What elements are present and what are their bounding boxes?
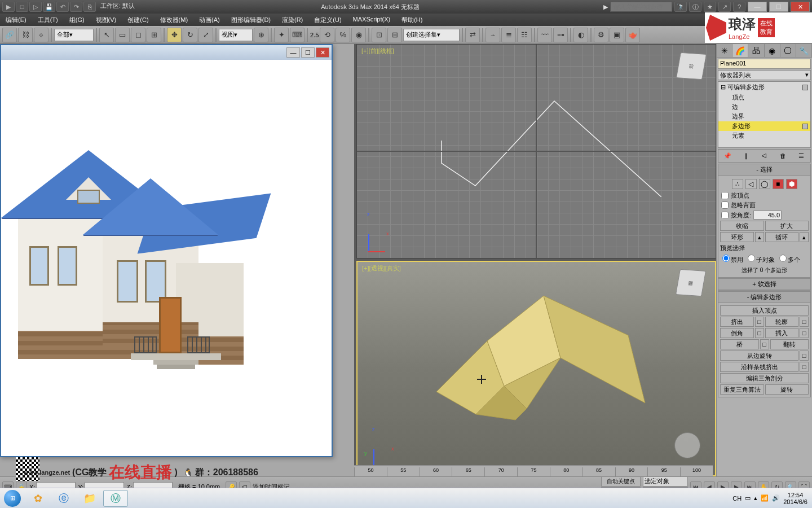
menu-graph[interactable]: 图形编辑器(D) <box>226 14 276 26</box>
preview-disable-radio[interactable]: 禁用 <box>722 255 743 264</box>
extrude-spline-button[interactable]: 沿样条线挤出 <box>720 362 798 372</box>
ref-close-button[interactable]: ✕ <box>316 47 329 58</box>
bind-tool-icon[interactable]: ⟐ <box>34 28 48 42</box>
schematic-icon[interactable]: ⊶ <box>553 28 568 42</box>
steering-wheel[interactable] <box>674 432 700 458</box>
mirror-icon[interactable]: ⇄ <box>465 28 480 42</box>
ignore-back-checkbox[interactable] <box>721 202 729 209</box>
sel-obj-combo[interactable]: 选定对象 <box>643 476 688 487</box>
taskbar-ie[interactable]: ⓔ <box>51 490 76 507</box>
preview-multi-radio[interactable]: 多个 <box>779 255 800 264</box>
preview-subobj-radio[interactable]: 子对象 <box>748 255 775 264</box>
render-setup-icon[interactable]: ⚙ <box>594 28 608 42</box>
link-icon[interactable]: ⎘ <box>83 2 96 12</box>
share-icon[interactable]: ↗ <box>718 2 731 12</box>
by-vertex-checkbox[interactable] <box>721 192 729 199</box>
play-icon[interactable]: ▶ <box>603 3 608 11</box>
tab-hierarchy-icon[interactable]: 品 <box>748 44 764 57</box>
keyboard-icon[interactable]: ⌨ <box>290 28 304 42</box>
tab-utilities-icon[interactable]: 🔧 <box>796 44 812 57</box>
angle-spinner[interactable] <box>753 211 782 220</box>
menu-group[interactable]: 组(G) <box>64 14 90 26</box>
tab-motion-icon[interactable]: ◉ <box>765 44 780 57</box>
taskbar-explorer[interactable]: 📁 <box>77 490 102 507</box>
show-end-icon[interactable]: ∥ <box>740 151 752 161</box>
tab-modify-icon[interactable]: 🌈 <box>732 44 748 57</box>
auto-key-button[interactable]: 自动关键点 <box>601 476 641 487</box>
tray-network-icon[interactable]: 📶 <box>761 494 769 502</box>
viewcube-front[interactable]: 前 <box>676 52 707 80</box>
loop-spin[interactable]: ▴ <box>800 232 809 242</box>
inset-set[interactable]: □ <box>800 328 809 338</box>
named-sel-icon[interactable]: ⊡ <box>372 28 386 42</box>
hinge-button[interactable]: 从边旋转 <box>720 351 798 361</box>
workspace-label[interactable]: 工作区: 默认 <box>100 2 135 12</box>
close-button[interactable]: ✕ <box>791 2 810 12</box>
shrink-button[interactable]: 收缩 <box>720 221 764 231</box>
stack-border[interactable]: 边界 <box>718 112 810 121</box>
link-tool-icon[interactable]: 🔗 <box>2 28 17 42</box>
inset-button[interactable]: 插入 <box>765 328 799 338</box>
filter-combo[interactable]: 全部 ▾ <box>54 29 94 41</box>
reference-window[interactable]: — ☐ ✕ <box>0 44 333 457</box>
manip-icon[interactable]: ✦ <box>274 28 289 42</box>
retri-button[interactable]: 重复三角算法 <box>720 384 764 395</box>
viewcube-persp[interactable]: ▦ <box>676 269 706 297</box>
material-editor-icon[interactable]: ◐ <box>573 28 588 42</box>
by-angle-checkbox[interactable] <box>721 212 729 219</box>
menu-view[interactable]: 视图(V) <box>90 14 122 26</box>
star-icon[interactable]: ★ <box>704 2 716 12</box>
binoculars-icon[interactable]: 🔭 <box>674 2 687 12</box>
info-icon[interactable]: ⓘ <box>689 2 701 12</box>
turn-button[interactable]: 旋转 <box>765 384 809 395</box>
viewport-persp-label[interactable]: [+][透视][真实] <box>362 264 401 273</box>
object-name-field[interactable]: Plane001 <box>718 59 811 69</box>
tray-sound-icon[interactable]: 🔊 <box>772 494 780 502</box>
extrude-button[interactable]: 挤出 <box>720 317 754 327</box>
maximize-button[interactable]: ☐ <box>769 2 788 12</box>
undo-icon[interactable]: ↶ <box>56 2 69 12</box>
render-icon[interactable]: 🫖 <box>625 28 640 42</box>
make-unique-icon[interactable]: ⩤ <box>758 151 770 161</box>
timeline-ruler[interactable]: 50 55 60 65 70 75 80 85 90 95 100 <box>354 465 713 476</box>
menu-maxscript[interactable]: MAXScript(X) <box>347 14 396 26</box>
snap-angle-icon[interactable]: ⟲ <box>320 28 334 42</box>
grow-button[interactable]: 扩大 <box>765 221 809 231</box>
scale-icon[interactable]: ⤢ <box>198 28 213 42</box>
coord-combo[interactable]: 视图 ▾ <box>219 29 253 41</box>
menu-modifiers[interactable]: 修改器(M) <box>155 14 194 26</box>
select-name-icon[interactable]: ▭ <box>115 28 130 42</box>
stack-polygon[interactable]: 多边形 <box>718 121 810 131</box>
save-icon[interactable]: 💾 <box>43 2 55 12</box>
hinge-set[interactable]: □ <box>800 351 809 361</box>
tray-flag-icon[interactable]: ▭ <box>745 494 751 502</box>
edit-sel-icon[interactable]: ⊟ <box>387 28 402 42</box>
viewport-front-label[interactable]: [+][前][线框] <box>361 47 394 55</box>
outline-button[interactable]: 轮廓 <box>765 317 799 327</box>
edit-tri-button[interactable]: 编辑三角剖分 <box>720 373 809 383</box>
modifier-stack[interactable]: ⊟可编辑多边形 顶点 边 边界 多边形 元素 <box>718 81 811 148</box>
bevel-button[interactable]: 倒角 <box>720 328 754 338</box>
ring-button[interactable]: 环形 <box>720 232 754 242</box>
rotate-icon[interactable]: ↻ <box>183 28 197 42</box>
layers-icon[interactable]: ≣ <box>501 28 516 42</box>
modifier-list[interactable]: 修改器列表▾ <box>718 70 811 80</box>
menu-edit[interactable]: 编辑(E) <box>0 14 32 26</box>
help-icon[interactable]: ? <box>733 2 745 12</box>
minimize-button[interactable]: — <box>748 2 767 12</box>
insert-vertex-button[interactable]: 插入顶点 <box>720 305 809 316</box>
rollout-edit-poly-header[interactable]: - 编辑多边形 <box>718 292 810 303</box>
open-icon[interactable]: ▷ <box>29 2 42 12</box>
rollout-selection-header[interactable]: - 选择 <box>718 164 810 176</box>
menu-anim[interactable]: 动画(A) <box>193 14 226 26</box>
remove-mod-icon[interactable]: 🗑 <box>777 151 788 161</box>
taskbar-3dsmax[interactable]: Ⓜ <box>103 490 128 507</box>
flip-button[interactable]: 翻转 <box>770 339 809 349</box>
reference-titlebar[interactable]: — ☐ ✕ <box>1 45 332 60</box>
stack-root[interactable]: ⊟可编辑多边形 <box>718 82 810 93</box>
tab-display-icon[interactable]: 🖵 <box>780 44 796 57</box>
unlink-tool-icon[interactable]: ⛓ <box>18 28 33 42</box>
snap-pct-icon[interactable]: % <box>336 28 350 42</box>
app-icon[interactable]: ▶ <box>2 2 15 12</box>
rect-select-icon[interactable]: ◻ <box>131 28 145 42</box>
